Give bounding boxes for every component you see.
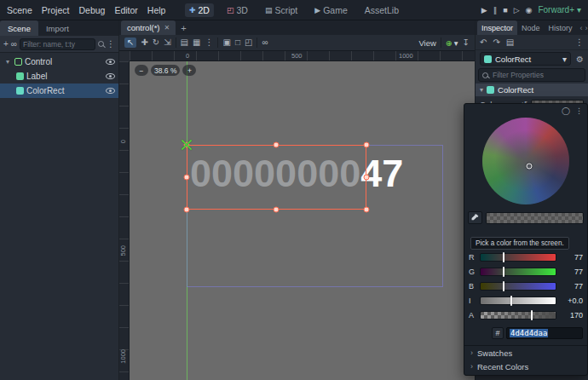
tab-import[interactable]: Import — [38, 20, 77, 36]
visibility-eye-icon[interactable] — [106, 88, 115, 94]
view-menu[interactable]: View — [418, 38, 435, 48]
swatches-section[interactable]: › Swatches — [464, 346, 587, 360]
selection-rect[interactable] — [187, 145, 366, 210]
ruler-mark: 1000 — [119, 349, 130, 364]
hex-input[interactable]: 4d4d4daa — [506, 327, 583, 339]
scale-tool-button[interactable]: ⇲ — [164, 38, 170, 47]
resize-handle[interactable] — [274, 207, 280, 213]
picker-shape-button[interactable]: ◯ — [562, 107, 570, 115]
resize-handle[interactable] — [184, 207, 190, 213]
vertical-ruler[interactable]: 0 500 1000 — [119, 61, 130, 380]
slider-value[interactable]: 77 — [561, 282, 583, 291]
slider-value[interactable]: 170 — [561, 311, 583, 320]
container-sizing-button[interactable]: ↧ — [463, 38, 470, 47]
inspector-menu-button[interactable]: ⋮ — [575, 37, 584, 47]
new-resource-button[interactable]: ▤ — [506, 37, 514, 47]
group-button[interactable]: ◰ — [245, 38, 252, 47]
workspace-tab-3d[interactable]: ◰ 3D — [222, 3, 252, 17]
zoom-out-button[interactable]: − — [135, 65, 148, 76]
r-slider[interactable] — [480, 253, 556, 262]
select-tool-button[interactable]: ↖ — [124, 37, 136, 48]
wheel-cursor[interactable] — [527, 164, 533, 170]
horizontal-ruler[interactable]: 0 500 1000 — [130, 51, 475, 61]
workspace-tab-game[interactable]: ▶ Game — [310, 3, 352, 17]
menu-debug[interactable]: Debug — [78, 5, 105, 15]
movie-mode-button[interactable]: ◉ — [526, 6, 533, 14]
intensity-slider[interactable] — [480, 297, 556, 305]
stop-button[interactable]: ■ — [503, 6, 507, 14]
resize-handle[interactable] — [364, 142, 370, 148]
g-slider[interactable] — [480, 268, 556, 276]
ruler-tool-button[interactable]: ▤ — [181, 38, 188, 47]
unlock-button[interactable]: □ — [235, 38, 240, 47]
scene-tree: ▾ Control Label ColorRect — [0, 53, 118, 98]
play-scene-button[interactable]: ▷ — [514, 6, 520, 14]
extra-options-button[interactable]: ⚙ — [574, 55, 586, 64]
node-selector-dropdown[interactable]: ColorRect ▾ — [480, 52, 571, 66]
resize-handle[interactable] — [184, 175, 190, 181]
slider-value[interactable]: 77 — [561, 268, 583, 276]
workspace-tab-script[interactable]: ▤ Script — [261, 3, 302, 17]
alpha-slider[interactable] — [480, 311, 556, 320]
search-icon — [482, 72, 488, 78]
workspace-tab-2d[interactable]: ✚ 2D — [185, 3, 214, 17]
hex-mode-button[interactable]: # — [492, 327, 504, 339]
slider-value[interactable]: +0.0 — [561, 297, 583, 305]
menu-editor[interactable]: Editor — [114, 5, 137, 15]
chevron-down-icon: ▾ — [454, 38, 458, 48]
new-scene-tab-button[interactable]: + — [176, 20, 191, 35]
toolbar-divider — [441, 37, 441, 48]
chevron-left-icon[interactable]: ‹ — [580, 24, 583, 32]
tree-node-label-node[interactable]: Label — [0, 69, 118, 83]
anchor-preset-menu[interactable]: ⊕ ▾ — [446, 38, 458, 48]
scene-filter-input[interactable] — [20, 38, 95, 50]
b-slider[interactable] — [480, 282, 556, 291]
menu-help[interactable]: Help — [147, 5, 166, 15]
history-forward-button[interactable]: ↷ — [493, 37, 499, 47]
tab-node[interactable]: Node — [517, 20, 545, 35]
resize-handle[interactable] — [364, 207, 370, 213]
renderer-dropdown[interactable]: Forward+ ▾ — [538, 5, 581, 14]
tree-node-colorrect[interactable]: ColorRect — [0, 83, 118, 98]
rotate-tool-button[interactable]: ↻ — [153, 38, 159, 47]
play-button[interactable]: ▶ — [481, 6, 487, 14]
picker-menu-button[interactable]: ⋮ — [575, 107, 583, 115]
menu-project[interactable]: Project — [42, 5, 70, 15]
chevron-right-icon[interactable]: › — [585, 24, 588, 32]
ruler-mark: 0 — [186, 52, 189, 60]
recent-colors-section[interactable]: › Recent Colors — [464, 360, 587, 373]
slider-row-r: R 77 — [464, 250, 587, 264]
anchor-marker[interactable] — [180, 138, 193, 152]
tab-inspector[interactable]: Inspector — [477, 20, 517, 35]
close-icon[interactable]: ✕ — [164, 24, 170, 32]
scene-tab-control[interactable]: control(*) ✕ — [121, 20, 176, 35]
snap-grid-button[interactable]: ▦ — [193, 38, 200, 47]
visibility-eye-icon[interactable] — [106, 73, 115, 79]
snap-options-button[interactable]: ⋮ — [205, 38, 213, 47]
2d-viewport[interactable]: 0000000047 − 38.6 % + — [130, 61, 475, 380]
slider-value[interactable]: 77 — [561, 253, 583, 262]
color-wheel[interactable] — [482, 118, 569, 204]
pause-button[interactable]: ∥ — [493, 6, 498, 14]
resize-handle[interactable] — [274, 142, 280, 148]
workspace-tab-assetlib[interactable]: AssetLib — [360, 3, 403, 17]
eyedropper-button[interactable] — [468, 211, 482, 224]
tree-menu-button[interactable]: ⋮ — [107, 40, 115, 49]
move-tool-button[interactable]: ✚ — [141, 38, 147, 47]
add-node-button[interactable]: + — [3, 40, 9, 49]
instance-scene-button[interactable]: ∞ — [11, 40, 17, 49]
zoom-level-button[interactable]: 38.6 % — [151, 65, 180, 76]
property-filter-input[interactable] — [491, 70, 581, 80]
lock-button[interactable]: ▣ — [222, 38, 230, 47]
section-colorrect[interactable]: ▾ ColorRect — [476, 83, 588, 96]
expand-arrow-icon[interactable]: ▾ — [3, 58, 12, 66]
visibility-eye-icon[interactable] — [106, 59, 115, 65]
history-back-button[interactable]: ↶ — [480, 37, 487, 47]
zoom-in-button[interactable]: + — [182, 65, 196, 76]
tab-history[interactable]: History — [545, 20, 577, 35]
tree-node-control[interactable]: ▾ Control — [0, 55, 118, 69]
skeleton-options-button[interactable]: ∞ — [262, 38, 268, 47]
resize-handle[interactable] — [364, 175, 370, 181]
menu-scene[interactable]: Scene — [7, 5, 32, 15]
tab-scene[interactable]: Scene — [0, 20, 38, 36]
